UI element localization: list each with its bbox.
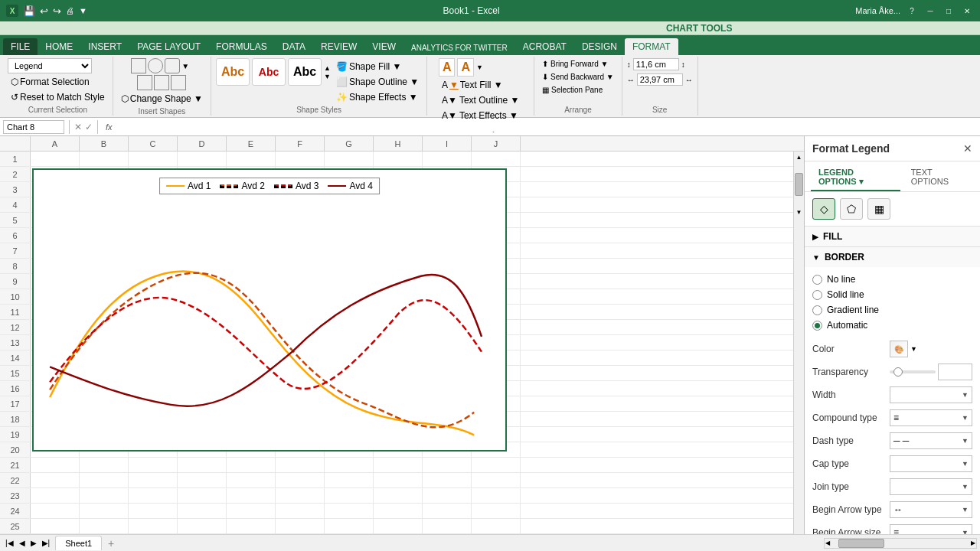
hscroll-left[interactable]: ◀ (825, 539, 831, 548)
shape-style-1[interactable]: Abc (216, 58, 250, 86)
tab-design[interactable]: DESIGN (574, 38, 625, 55)
sheet-tab-sheet1[interactable]: Sheet1 (55, 536, 102, 550)
change-shape-btn[interactable]: ⬡ Change Shape ▼ (118, 92, 206, 106)
help-icon[interactable]: ? (905, 4, 919, 18)
begin-arrow-size-dropdown[interactable]: ≡ ▼ (890, 524, 972, 534)
wordart-more[interactable]: ▼ (476, 64, 483, 71)
col-header-d[interactable]: D (178, 136, 227, 151)
tab-file[interactable]: FILE (3, 38, 38, 55)
panel-icon-fill[interactable]: ◇ (812, 198, 835, 220)
cell[interactable] (276, 152, 325, 166)
close-button[interactable]: ✕ (960, 4, 974, 18)
border-option-gradient-line[interactable]: Gradient line (812, 302, 972, 318)
col-header-g[interactable]: G (325, 136, 374, 151)
hscroll-thumb[interactable] (838, 539, 884, 548)
border-option-solid-line[interactable]: Solid line (812, 287, 972, 302)
sheet-nav-last[interactable]: ▶| (40, 537, 53, 549)
shape-rounded[interactable] (165, 58, 180, 73)
color-dropdown-arrow[interactable]: ▼ (910, 345, 917, 353)
cell[interactable] (129, 152, 178, 166)
color-picker-btn[interactable]: 🎨 (890, 341, 908, 357)
cell[interactable] (80, 152, 129, 166)
shape-diamond[interactable] (137, 75, 152, 90)
confirm-icon[interactable]: ✓ (85, 122, 93, 132)
border-section-header[interactable]: ▼ BORDER (805, 247, 980, 267)
add-sheet-button[interactable]: + (102, 535, 120, 552)
vertical-scrollbar[interactable]: ▲ ▼ (793, 152, 804, 534)
sheet-nav-first[interactable]: |◀ (3, 537, 16, 549)
shape-style-3[interactable]: Abc (288, 58, 322, 86)
bring-forward-btn[interactable]: ⬆ Bring Forward ▼ (539, 58, 611, 70)
transparency-slider[interactable] (890, 370, 936, 373)
text-effects-btn[interactable]: A▼ Text Effects ▼ (439, 109, 521, 122)
cap-type-dropdown[interactable]: ▼ (890, 455, 972, 472)
sheet-nav-next[interactable]: ▶ (28, 537, 39, 549)
cell[interactable] (227, 152, 276, 166)
size-width-input[interactable] (633, 58, 679, 70)
tab-view[interactable]: VIEW (364, 38, 403, 55)
shape-outline-btn[interactable]: ⬜ Shape Outline ▼ (333, 75, 422, 89)
begin-arrow-type-dropdown[interactable]: ↔ ▼ (890, 501, 972, 518)
text-fill-btn[interactable]: A ▼ Text Fill ▼ (439, 78, 506, 92)
text-outline-btn[interactable]: A▼ Text Outline ▼ (439, 93, 523, 107)
col-header-i[interactable]: I (423, 136, 472, 151)
hscroll-right[interactable]: ▶ (970, 539, 976, 548)
name-box[interactable] (3, 120, 64, 134)
shape-styles-down[interactable]: ▼ (324, 73, 331, 80)
scroll-up-btn[interactable]: ▲ (794, 152, 804, 162)
chart-legend[interactable]: Avd 1 Avd 2 Avd 3 Avd 4 (159, 178, 380, 194)
shape-rect[interactable] (131, 58, 146, 73)
sheet-nav-prev[interactable]: ◀ (17, 537, 28, 549)
maximize-button[interactable]: □ (942, 4, 956, 18)
tab-page-layout[interactable]: PAGE LAYOUT (129, 38, 208, 55)
tab-formulas[interactable]: FORMULAS (208, 38, 275, 55)
cell[interactable] (31, 152, 80, 166)
transparency-input[interactable] (938, 364, 972, 380)
cell[interactable] (374, 152, 423, 166)
tab-acrobat[interactable]: ACROBAT (515, 38, 574, 55)
tab-insert[interactable]: INSERT (80, 38, 129, 55)
join-type-dropdown[interactable]: ▼ (890, 478, 972, 495)
cell[interactable] (325, 152, 374, 166)
border-option-no-line[interactable]: No line (812, 272, 972, 287)
formula-input[interactable] (119, 122, 977, 132)
format-selection-btn[interactable]: ⬡ Format Selection (8, 75, 93, 89)
send-backward-btn[interactable]: ⬇ Send Backward ▼ (539, 71, 617, 83)
quick-access-redo[interactable]: ↪ (53, 5, 61, 17)
size-height-input[interactable] (637, 73, 683, 86)
shape-style-2[interactable]: Abc (252, 58, 286, 86)
reset-match-btn[interactable]: ↺ Reset to Match Style (8, 90, 108, 104)
shape-oval[interactable] (148, 58, 163, 73)
tab-data[interactable]: DATA (275, 38, 313, 55)
cell[interactable] (472, 152, 521, 166)
tab-analytics[interactable]: ANALYTICS FOR TWITTER (403, 41, 515, 55)
shape-fill-btn[interactable]: 🪣 Shape Fill ▼ (333, 60, 422, 73)
col-header-a[interactable]: A (31, 136, 80, 151)
tab-text-options[interactable]: TEXT OPTIONS (903, 165, 974, 191)
quick-access-print[interactable]: 🖨 (66, 6, 74, 15)
tab-home[interactable]: HOME (38, 38, 80, 55)
col-header-e[interactable]: E (227, 136, 276, 151)
quick-access-more[interactable]: ▼ (79, 6, 87, 15)
quick-access-undo[interactable]: ↩ (40, 5, 48, 17)
compound-type-dropdown[interactable]: ≡ ▼ (890, 409, 972, 426)
horizontal-scrollbar[interactable]: ◀ ▶ (824, 538, 977, 549)
selection-dropdown[interactable]: Legend (8, 58, 92, 73)
panel-close-button[interactable]: ✕ (963, 142, 972, 155)
col-header-b[interactable]: B (80, 136, 129, 151)
col-header-c[interactable]: C (129, 136, 178, 151)
shape-styles-up[interactable]: ▲ (324, 64, 331, 72)
tab-format[interactable]: FORMAT (625, 38, 678, 55)
col-header-h[interactable]: H (374, 136, 423, 151)
shapes-more[interactable]: ▼ (181, 58, 192, 73)
col-header-f[interactable]: F (276, 136, 325, 151)
panel-icon-border[interactable]: ⬠ (840, 198, 863, 220)
border-option-automatic[interactable]: Automatic (812, 318, 972, 333)
dash-type-dropdown[interactable]: ─ ─ ▼ (890, 432, 972, 449)
fx-button[interactable]: fx (103, 122, 116, 132)
selection-pane-btn[interactable]: ▦ Selection Pane (539, 84, 606, 96)
quick-access-save[interactable]: 💾 (23, 5, 35, 17)
col-header-j[interactable]: J (472, 136, 521, 151)
width-dropdown[interactable]: ▼ (890, 386, 972, 403)
cell[interactable] (423, 152, 472, 166)
